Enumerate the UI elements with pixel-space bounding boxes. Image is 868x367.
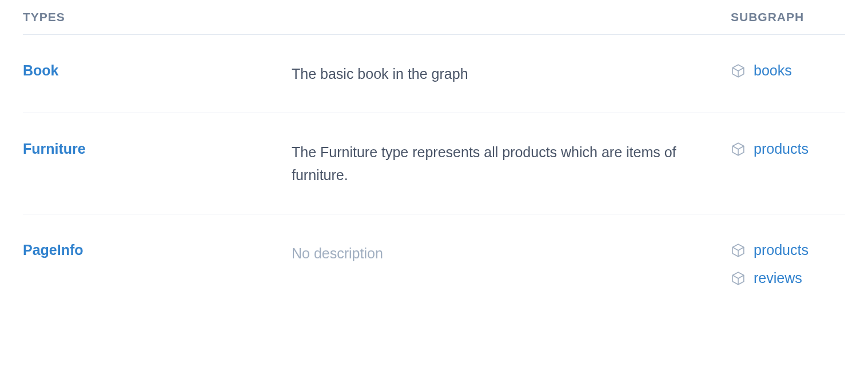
subgraph-cell: books — [731, 62, 845, 79]
cube-icon — [731, 63, 746, 78]
column-header-types: TYPES — [23, 10, 292, 24]
table-row: FurnitureThe Furniture type represents a… — [23, 113, 845, 214]
type-link[interactable]: PageInfo — [23, 242, 83, 258]
cube-icon — [731, 271, 746, 286]
subgraph-link[interactable]: products — [731, 242, 845, 258]
type-cell: PageInfo — [23, 242, 292, 258]
subgraph-link[interactable]: books — [731, 62, 845, 79]
type-cell: Book — [23, 62, 292, 79]
subgraph-label: reviews — [754, 270, 802, 286]
type-cell: Furniture — [23, 141, 292, 157]
type-description: The Furniture type represents all produc… — [292, 141, 731, 186]
column-header-description — [292, 10, 731, 24]
table-row: PageInfoNo descriptionproductsreviews — [23, 214, 845, 314]
subgraph-label: products — [754, 242, 809, 258]
subgraph-label: books — [754, 62, 792, 79]
subgraph-cell: products — [731, 141, 845, 157]
types-table: TYPES SUBGRAPH BookThe basic book in the… — [0, 0, 868, 314]
subgraph-label: products — [754, 141, 809, 157]
subgraph-link[interactable]: reviews — [731, 270, 845, 286]
type-description: The basic book in the graph — [292, 62, 731, 85]
table-header-row: TYPES SUBGRAPH — [23, 0, 845, 35]
table-row: BookThe basic book in the graphbooks — [23, 35, 845, 113]
column-header-subgraph: SUBGRAPH — [731, 10, 845, 24]
subgraph-link[interactable]: products — [731, 141, 845, 157]
type-description: No description — [292, 242, 731, 265]
type-link[interactable]: Book — [23, 62, 59, 78]
cube-icon — [731, 243, 746, 258]
cube-icon — [731, 142, 746, 157]
subgraph-cell: productsreviews — [731, 242, 845, 286]
type-link[interactable]: Furniture — [23, 141, 86, 157]
